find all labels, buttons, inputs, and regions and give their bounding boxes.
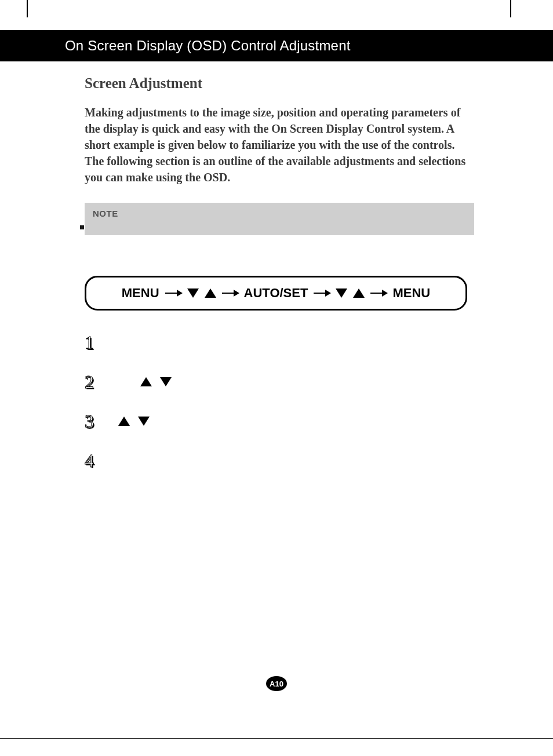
arrow-right-icon xyxy=(222,293,238,294)
step-row-4: 4 xyxy=(85,445,467,476)
step-number: 1 xyxy=(85,332,112,353)
triangle-down-icon xyxy=(160,377,172,386)
page-number-badge: A10 xyxy=(266,676,287,691)
step-number: 3 xyxy=(85,411,112,432)
step-body xyxy=(112,377,172,386)
content-area: Screen Adjustment Making adjustments to … xyxy=(85,75,518,484)
flow-menu-label: MENU xyxy=(122,286,159,301)
triangle-down-icon xyxy=(187,288,199,298)
arrow-right-icon xyxy=(370,293,387,294)
page-number: A10 xyxy=(270,680,283,688)
step-row-3: 3 xyxy=(85,406,467,437)
triangle-up-icon xyxy=(353,288,365,298)
crop-tick xyxy=(510,0,511,17)
triangle-up-icon xyxy=(118,417,130,426)
triangle-up-icon xyxy=(140,377,152,386)
step-row-2: 2 xyxy=(85,366,467,397)
note-box: NOTE xyxy=(85,203,474,235)
triangle-down-icon xyxy=(336,288,347,298)
steps-list: 1 2 3 4 xyxy=(85,327,467,476)
flow-menu-label-2: MENU xyxy=(392,286,430,301)
section-title: Screen Adjustment xyxy=(85,75,518,92)
arrow-right-icon xyxy=(314,293,330,294)
step-number: 2 xyxy=(85,371,112,393)
bottom-rule xyxy=(0,738,553,739)
triangle-up-icon xyxy=(205,288,216,298)
step-row-1: 1 xyxy=(85,327,467,358)
note-bullet-icon xyxy=(80,225,84,229)
crop-tick xyxy=(27,0,28,17)
triangle-down-icon xyxy=(138,417,150,426)
step-body xyxy=(112,417,150,426)
intro-paragraph: Making adjustments to the image size, po… xyxy=(85,104,467,185)
arrow-right-icon xyxy=(165,293,181,294)
page-header-band: On Screen Display (OSD) Control Adjustme… xyxy=(0,30,553,61)
osd-flow-box: MENU AUTO/SET MENU xyxy=(85,276,467,311)
note-label: NOTE xyxy=(93,209,466,218)
page-header-title: On Screen Display (OSD) Control Adjustme… xyxy=(65,38,351,54)
crop-marks-top xyxy=(0,0,553,17)
manual-page: On Screen Display (OSD) Control Adjustme… xyxy=(0,0,553,756)
step-number: 4 xyxy=(85,450,112,472)
flow-autoset-label: AUTO/SET xyxy=(244,286,308,301)
